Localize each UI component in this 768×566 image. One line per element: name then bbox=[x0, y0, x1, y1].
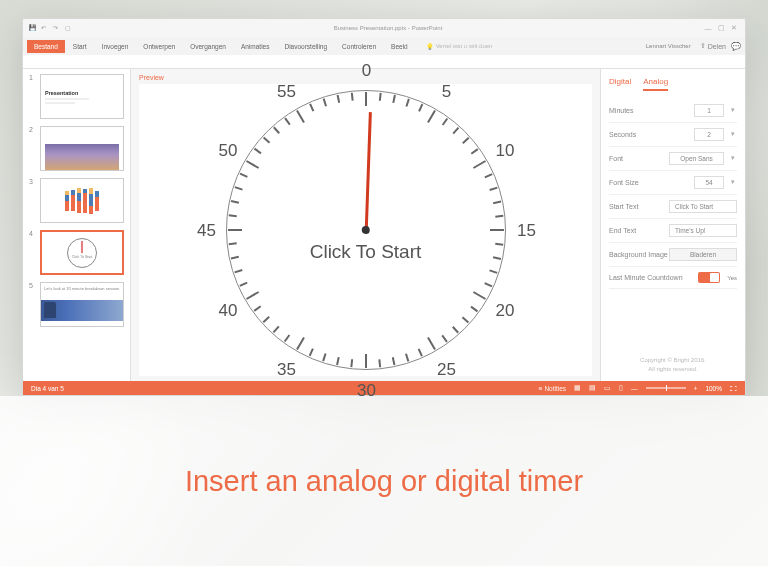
minutes-label: Minutes bbox=[609, 107, 634, 114]
ribbon-body bbox=[23, 55, 745, 69]
close-button[interactable]: ✕ bbox=[729, 23, 739, 33]
endtext-label: End Text bbox=[609, 227, 636, 234]
clock-number: 40 bbox=[218, 301, 237, 321]
save-icon[interactable]: 💾 bbox=[29, 24, 37, 32]
font-label: Font bbox=[609, 155, 623, 162]
clock-number: 55 bbox=[277, 82, 296, 102]
tab-animations[interactable]: Animaties bbox=[234, 40, 277, 53]
view-reading-icon[interactable]: ▭ bbox=[604, 384, 611, 392]
starttext-input[interactable]: Click To Start bbox=[669, 200, 737, 213]
user-label[interactable]: Lennart Visscher bbox=[646, 43, 691, 49]
clock-number: 15 bbox=[517, 221, 536, 241]
clock-start-text: Click To Start bbox=[227, 241, 505, 263]
slide-thumb[interactable]: 1 Presentation bbox=[29, 74, 124, 119]
tab-start[interactable]: Start bbox=[66, 40, 94, 53]
clock-number: 45 bbox=[197, 221, 216, 241]
bgimage-label: Background Image bbox=[609, 251, 668, 258]
clock-number: 5 bbox=[442, 82, 451, 102]
copyright: Copyright © Bright 2016.All rights reser… bbox=[609, 356, 737, 373]
zoom-slider[interactable] bbox=[646, 387, 686, 389]
statusbar: Dia 4 van 5 ≡ Notities ▦ ▤ ▭ ▯ — + 100% … bbox=[23, 381, 745, 395]
document-title: Business Presentation.pptx - PowerPoint bbox=[73, 25, 703, 31]
maximize-button[interactable]: ▢ bbox=[716, 23, 726, 33]
countdown-toggle[interactable] bbox=[698, 272, 720, 283]
view-slideshow-icon[interactable]: ▯ bbox=[619, 384, 623, 392]
tab-analog[interactable]: Analog bbox=[643, 77, 668, 91]
workspace: 1 Presentation 2 3 4 Clic bbox=[23, 69, 745, 381]
tab-file[interactable]: Bestand bbox=[27, 40, 65, 53]
minimize-button[interactable]: — bbox=[703, 23, 713, 33]
share-button[interactable]: ⇪Delen bbox=[700, 42, 726, 50]
slide-thumb[interactable]: 5 Let's look at 10 minute breakdown sess… bbox=[29, 282, 124, 327]
minutes-dropdown[interactable]: 1 bbox=[694, 104, 724, 117]
clock-number: 35 bbox=[277, 360, 296, 380]
powerpoint-window: 💾 ↶ ↷ ▢ Business Presentation.pptx - Pow… bbox=[22, 18, 746, 396]
caption-area: Insert an analog or digital timer bbox=[0, 396, 768, 566]
slide-thumb[interactable]: 3 bbox=[29, 178, 124, 223]
tab-digital[interactable]: Digital bbox=[609, 77, 631, 91]
tab-view[interactable]: Beeld bbox=[384, 40, 415, 53]
tell-me-search[interactable]: 💡Vertel wat u wilt doen bbox=[426, 43, 493, 50]
font-dropdown[interactable]: Open Sans bbox=[669, 152, 724, 165]
slides-panel: 1 Presentation 2 3 4 Clic bbox=[23, 69, 131, 381]
slideshow-icon[interactable]: ▢ bbox=[65, 24, 73, 32]
view-sorter-icon[interactable]: ▤ bbox=[589, 384, 596, 392]
timer-settings-panel: Digital Analog Minutes1 Seconds2 FontOpe… bbox=[600, 69, 745, 381]
redo-icon[interactable]: ↷ bbox=[53, 24, 61, 32]
seconds-label: Seconds bbox=[609, 131, 636, 138]
preview-area: Preview Click To Start 05101520253035404… bbox=[131, 69, 600, 381]
analog-clock[interactable]: Click To Start 0510152025303540455055 bbox=[226, 90, 506, 370]
endtext-input[interactable]: Time's Up! bbox=[669, 224, 737, 237]
view-normal-icon[interactable]: ▦ bbox=[574, 384, 581, 392]
clock-number: 25 bbox=[437, 360, 456, 380]
titlebar: 💾 ↶ ↷ ▢ Business Presentation.pptx - Pow… bbox=[23, 19, 745, 37]
starttext-label: Start Text bbox=[609, 203, 638, 210]
tab-transitions[interactable]: Overgangen bbox=[183, 40, 233, 53]
countdown-label: Last Minute Countdown bbox=[609, 274, 683, 281]
clock-number: 20 bbox=[496, 301, 515, 321]
slide-counter: Dia 4 van 5 bbox=[31, 385, 539, 392]
tab-slideshow[interactable]: Diavoorstelling bbox=[277, 40, 334, 53]
notes-button[interactable]: ≡ Notities bbox=[539, 385, 566, 392]
zoom-level[interactable]: 100% bbox=[705, 385, 722, 392]
slide-thumb[interactable]: 2 bbox=[29, 126, 124, 171]
clock-number: 0 bbox=[362, 61, 371, 81]
zoom-in-icon[interactable]: + bbox=[694, 385, 698, 392]
fontsize-label: Font Size bbox=[609, 179, 639, 186]
clock-hand bbox=[364, 112, 371, 230]
zoom-out-icon[interactable]: — bbox=[631, 385, 638, 392]
clock-number: 50 bbox=[218, 141, 237, 161]
tab-design[interactable]: Ontwerpen bbox=[136, 40, 182, 53]
fontsize-dropdown[interactable]: 54 bbox=[694, 176, 724, 189]
bulb-icon: 💡 bbox=[426, 43, 433, 50]
browse-button[interactable]: Bladeren bbox=[669, 248, 737, 261]
undo-icon[interactable]: ↶ bbox=[41, 24, 49, 32]
slide-canvas[interactable]: Click To Start 0510152025303540455055 bbox=[139, 84, 592, 376]
comment-icon[interactable]: 💬 bbox=[731, 42, 741, 51]
seconds-dropdown[interactable]: 2 bbox=[694, 128, 724, 141]
tab-review[interactable]: Controleren bbox=[335, 40, 383, 53]
ribbon-tabs: Bestand Start Invoegen Ontwerpen Overgan… bbox=[23, 37, 745, 55]
clock-number: 10 bbox=[496, 141, 515, 161]
tab-insert[interactable]: Invoegen bbox=[95, 40, 136, 53]
fit-icon[interactable]: ⛶ bbox=[730, 385, 737, 392]
share-icon: ⇪ bbox=[700, 42, 706, 50]
caption-text: Insert an analog or digital timer bbox=[185, 465, 583, 498]
slide-thumb-active[interactable]: 4 Click To Start bbox=[29, 230, 124, 275]
